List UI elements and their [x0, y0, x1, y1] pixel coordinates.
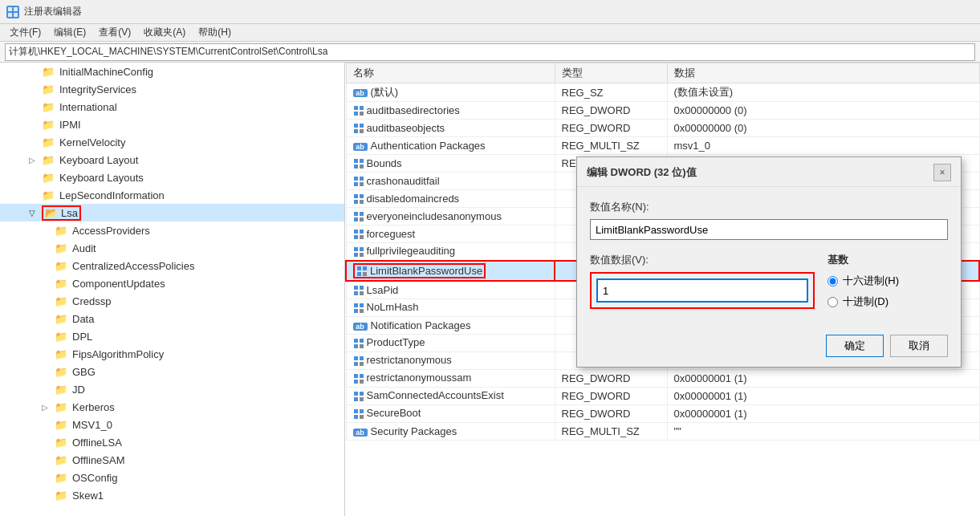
entry-name: everyoneincludesanonymous — [367, 210, 502, 222]
expand-arrow — [29, 85, 42, 94]
tree-item-Kerberos[interactable]: ▷ 📁 Kerberos — [0, 398, 344, 416]
tree-label: Audit — [72, 242, 96, 254]
folder-icon: 📁 — [55, 348, 69, 360]
cell-name: ProductType — [346, 334, 555, 351]
svg-rect-3 — [14, 13, 18, 17]
tree-item-OSConfig[interactable]: 📁 OSConfig — [0, 469, 344, 486]
svg-rect-56 — [354, 374, 358, 378]
tree-item-GBG[interactable]: 📁 GBG — [0, 363, 344, 380]
svg-rect-16 — [354, 177, 358, 181]
tree-item-IntegrityServices[interactable]: 📁 IntegrityServices — [0, 80, 344, 98]
dialog-base-title: 基数 — [828, 253, 948, 267]
table-row[interactable]: auditbasedirectoriesREG_DWORD0x00000000 … — [346, 102, 979, 120]
svg-rect-33 — [360, 247, 364, 251]
dialog-body: 数值名称(N): 数值数据(V): 基数 十六进制(H) 十进制(D) — [577, 187, 961, 328]
tree-label: Credssp — [72, 295, 111, 307]
svg-rect-46 — [354, 309, 358, 313]
folder-icon: 📁 — [42, 83, 56, 95]
menu-bar: 文件(F) 编辑(E) 查看(V) 收藏夹(A) 帮助(H) — [0, 24, 980, 42]
entry-name: auditbaseobjects — [367, 122, 445, 134]
svg-rect-8 — [354, 124, 358, 128]
expand-arrow — [42, 315, 55, 323]
tree-label: Kerberos — [72, 401, 115, 413]
bin-icon — [353, 157, 367, 169]
tree-item-LepSecondInformation[interactable]: 📁 LepSecondInformation — [0, 186, 344, 204]
tree-item-Data[interactable]: 📁 Data — [0, 310, 344, 327]
tree-item-MSV1_0[interactable]: 📁 MSV1_0 — [0, 416, 344, 433]
cell-name: disabledomaincreds — [346, 190, 555, 208]
tree-item-FipsAlgorithmPolicy[interactable]: 📁 FipsAlgorithmPolicy — [0, 345, 344, 363]
radio-hex[interactable] — [828, 276, 838, 286]
radio-dec-option[interactable]: 十进制(D) — [828, 295, 948, 309]
table-row[interactable]: abSecurity PackagesREG_MULTI_SZ"" — [346, 422, 979, 440]
menu-help[interactable]: 帮助(H) — [192, 24, 238, 41]
svg-rect-61 — [360, 392, 364, 396]
dialog-name-label: 数值名称(N): — [590, 200, 948, 214]
entry-name: restrictanonymous — [367, 354, 452, 366]
expand-arrow — [42, 491, 55, 500]
table-row[interactable]: abAuthentication PackagesREG_MULTI_SZmsv… — [346, 137, 979, 155]
tree-item-JD[interactable]: 📁 JD — [0, 380, 344, 398]
menu-favorites[interactable]: 收藏夹(A) — [137, 24, 192, 41]
tree-item-DPL[interactable]: 📁 DPL — [0, 327, 344, 345]
dialog-confirm-button[interactable]: 确定 — [826, 335, 884, 357]
dialog-cancel-button[interactable]: 取消 — [890, 335, 948, 357]
col-type: 类型 — [555, 63, 667, 83]
menu-view[interactable]: 查看(V) — [92, 24, 137, 41]
tree-item-KeyboardLayouts[interactable]: 📁 Keyboard Layouts — [0, 169, 344, 186]
tree-item-Audit[interactable]: 📁 Audit — [0, 239, 344, 257]
expand-arrow — [42, 244, 55, 253]
expand-arrow — [42, 421, 55, 429]
expand-arrow — [42, 438, 55, 447]
tree-item-AccessProviders[interactable]: 📁 AccessProviders — [0, 221, 344, 239]
tree-item-OfflineSAM[interactable]: 📁 OfflineSAM — [0, 451, 344, 469]
tree-item-KernelVelocity[interactable]: 📁 KernelVelocity — [0, 133, 344, 151]
tree-item-KeyboardLayout[interactable]: ▷ 📁 Keyboard Layout — [0, 151, 344, 169]
tree-item-InitialMachineConfig[interactable]: 📁 InitialMachineConfig — [0, 63, 344, 80]
folder-icon: 📁 — [55, 490, 69, 502]
entry-name: NoLmHash — [367, 301, 419, 313]
address-bar — [0, 42, 980, 63]
table-row[interactable]: SamConnectedAccountsExistREG_DWORD0x0000… — [346, 387, 979, 404]
table-row[interactable]: SecureBootREG_DWORD0x00000001 (1) — [346, 404, 979, 422]
svg-rect-42 — [354, 291, 358, 295]
cell-type: REG_MULTI_SZ — [555, 137, 667, 155]
tree-label: Skew1 — [72, 490, 104, 502]
dialog-titlebar: 编辑 DWORD (32 位)值 × — [577, 157, 961, 187]
tree-item-IPMI[interactable]: 📁 IPMI — [0, 116, 344, 133]
svg-rect-48 — [354, 339, 358, 343]
expand-arrow — [42, 262, 55, 270]
menu-file[interactable]: 文件(F) — [3, 24, 47, 41]
folder-icon: 📁 — [55, 419, 69, 431]
dialog-close-button[interactable]: × — [933, 164, 951, 181]
dialog-name-input[interactable] — [590, 219, 948, 240]
dialog-value-input[interactable] — [596, 278, 808, 303]
cell-type: REG_DWORD — [555, 387, 667, 404]
svg-rect-38 — [357, 272, 361, 276]
svg-rect-13 — [360, 159, 364, 163]
tree-item-ComponentUpdates[interactable]: 📁 ComponentUpdates — [0, 274, 344, 292]
cell-name: abAuthentication Packages — [346, 137, 555, 155]
bin-icon — [353, 284, 367, 296]
svg-rect-53 — [360, 356, 364, 360]
svg-rect-1 — [14, 7, 18, 11]
dialog-row: 数值数据(V): 基数 十六进制(H) 十进制(D) — [590, 253, 948, 315]
menu-edit[interactable]: 编辑(E) — [47, 24, 92, 41]
title-bar: 注册表编辑器 — [0, 0, 980, 24]
expand-arrow — [42, 368, 55, 376]
tree-item-Skew1[interactable]: 📁 Skew1 — [0, 486, 344, 504]
table-row[interactable]: auditbaseobjectsREG_DWORD0x00000000 (0) — [346, 120, 979, 137]
expand-arrow — [42, 226, 55, 235]
tree-item-International[interactable]: 📁 International — [0, 98, 344, 116]
tree-item-OfflineLSA[interactable]: 📁 OfflineLSA — [0, 433, 344, 451]
tree-item-Credssp[interactable]: 📁 Credssp — [0, 292, 344, 310]
svg-rect-63 — [360, 397, 364, 401]
address-input[interactable] — [5, 43, 975, 61]
table-row[interactable]: restrictanonymoussamREG_DWORD0x00000001 … — [346, 369, 979, 387]
tree-item-CentralizedAccessPolicies[interactable]: 📁 CentralizedAccessPolicies — [0, 257, 344, 274]
radio-hex-option[interactable]: 十六进制(H) — [828, 274, 948, 288]
table-row[interactable]: ab(默认)REG_SZ(数值未设置) — [346, 83, 979, 102]
radio-dec[interactable] — [828, 297, 838, 307]
cell-name: restrictanonymous — [346, 351, 555, 369]
tree-item-Lsa[interactable]: ▽ 📂 Lsa — [0, 204, 344, 221]
